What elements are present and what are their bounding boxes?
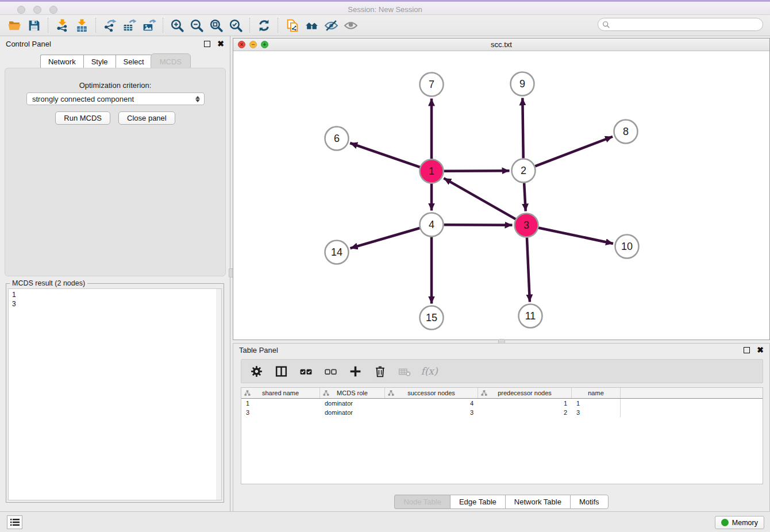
export-image-button[interactable] [139, 17, 159, 34]
table-row[interactable]: 1 dominator 4 1 1 [241, 399, 763, 408]
search-input[interactable] [610, 21, 763, 29]
export-table-button[interactable] [120, 17, 139, 34]
export-image-icon [142, 18, 156, 33]
cell-mcds-role[interactable]: dominator [320, 399, 385, 408]
function-builder-button[interactable]: f(x) [421, 363, 437, 380]
graph-node-label: 6 [334, 133, 340, 144]
deselect-all-button[interactable] [322, 363, 338, 380]
import-table-button[interactable] [72, 17, 91, 34]
hierarchy-icon [481, 390, 487, 396]
tab-edge-table[interactable]: Edge Table [450, 495, 505, 509]
tab-network-table[interactable]: Network Table [505, 495, 570, 509]
cell-name[interactable]: 3 [572, 408, 621, 417]
search-icon [602, 21, 610, 29]
graph-edge-2-3[interactable] [524, 183, 526, 211]
column-header-shared-name[interactable]: shared name [241, 388, 320, 398]
search-field[interactable] [598, 18, 763, 31]
cell-shared-name[interactable]: 3 [241, 408, 320, 417]
network-graph[interactable]: 7968124314101511 [233, 51, 769, 340]
refresh-button[interactable] [254, 17, 274, 34]
tab-select[interactable]: Select [116, 55, 152, 69]
float-panel-icon[interactable] [204, 41, 210, 47]
cell-shared-name[interactable]: 1 [241, 399, 320, 408]
zoom-in-button[interactable] [167, 17, 187, 34]
import-network-button[interactable] [52, 17, 72, 34]
tab-motifs[interactable]: Motifs [570, 495, 609, 509]
graph-edge-3-11[interactable] [527, 237, 530, 302]
save-icon [27, 18, 41, 33]
fit-content-button[interactable] [206, 17, 226, 34]
function-icon: f(x) [421, 365, 437, 377]
zoom-out-button[interactable] [187, 17, 206, 34]
close-panel-button[interactable]: Close panel [118, 111, 175, 125]
cell-successor-nodes[interactable]: 3 [385, 408, 478, 417]
show-all-icon [344, 18, 358, 33]
toolbar-separator [249, 18, 250, 33]
hide-selected-button[interactable] [321, 17, 341, 34]
cell-mcds-role[interactable]: dominator [320, 408, 385, 417]
zoom-out-icon [190, 18, 204, 33]
close-table-panel-icon[interactable]: ✖ [757, 347, 764, 353]
add-column-button[interactable] [347, 363, 363, 380]
mcds-result-text[interactable]: 1 3 [8, 288, 222, 500]
task-history-button[interactable] [7, 515, 22, 529]
import-network-icon [55, 18, 70, 33]
result-scrollbar[interactable] [216, 289, 221, 500]
tab-node-table[interactable]: Node Table [394, 495, 450, 509]
float-table-panel-icon[interactable] [744, 347, 750, 353]
tab-network[interactable]: Network [40, 55, 83, 69]
split-panel-button[interactable] [273, 363, 289, 380]
table-panel: Table Panel ✖ [233, 343, 770, 511]
tab-style[interactable]: Style [83, 55, 116, 69]
graph-edge-1-2[interactable] [444, 171, 509, 171]
criterion-dropdown[interactable]: strongly connected component [26, 92, 205, 105]
new-network-from-selection-button[interactable] [282, 17, 302, 34]
cell-predecessor-nodes[interactable]: 1 [478, 399, 572, 408]
table-row[interactable]: 3 dominator 3 2 3 [241, 408, 763, 417]
graph-edge-4-14[interactable] [351, 228, 420, 248]
close-panel-icon[interactable]: ✖ [217, 41, 224, 47]
hierarchy-icon [388, 390, 394, 396]
cell-successor-nodes[interactable]: 4 [385, 399, 478, 408]
graph-edge-3-10[interactable] [538, 228, 613, 243]
zoom-in-icon [170, 18, 184, 33]
open-folder-button[interactable] [5, 17, 24, 34]
column-header-name[interactable]: name [572, 388, 621, 398]
main-toolbar [0, 15, 770, 36]
hierarchy-icon [244, 390, 251, 396]
graph-edge-1-6[interactable] [350, 143, 420, 167]
column-label: name [588, 390, 604, 396]
graph-edge-2-8[interactable] [535, 137, 613, 167]
memory-button[interactable]: Memory [715, 516, 764, 529]
destroy-table-icon [398, 364, 412, 379]
first-neighbors-button[interactable] [302, 17, 321, 34]
cell-name[interactable]: 1 [572, 399, 621, 408]
select-all-button[interactable] [298, 363, 314, 380]
graph-edge-4-3[interactable] [444, 225, 512, 225]
column-header-predecessor-nodes[interactable]: predecessor nodes [478, 388, 572, 398]
zoom-selected-button[interactable] [226, 17, 245, 34]
export-network-icon [103, 18, 117, 33]
delete-column-button[interactable] [372, 363, 388, 380]
deselect-all-icon [324, 364, 338, 379]
run-mcds-button[interactable]: Run MCDS [55, 111, 110, 125]
table-settings-button[interactable] [248, 363, 264, 380]
column-header-mcds-role[interactable]: MCDS role [320, 388, 385, 398]
graph-edge-2-9[interactable] [522, 98, 523, 158]
graph-edge-3-1[interactable] [444, 178, 515, 219]
show-all-button[interactable] [341, 17, 360, 34]
destroy-table-button[interactable] [396, 363, 413, 380]
save-session-button[interactable] [24, 17, 44, 34]
mcds-tab-content: Optimization criterion: strongly connect… [5, 68, 226, 276]
export-network-button[interactable] [100, 17, 120, 34]
graph-node-label: 4 [429, 219, 434, 230]
cell-predecessor-nodes[interactable]: 2 [478, 408, 572, 417]
network-window-titlebar[interactable]: × – + scc.txt [233, 38, 769, 51]
column-header-successor-nodes[interactable]: successor nodes [385, 388, 478, 398]
toolbar-separator [163, 18, 163, 33]
graph-node-label: 10 [621, 241, 633, 252]
hide-selected-icon [324, 18, 338, 33]
control-panel-title: Control Panel [6, 40, 204, 48]
trash-icon [373, 364, 387, 379]
export-table-icon [122, 18, 137, 33]
